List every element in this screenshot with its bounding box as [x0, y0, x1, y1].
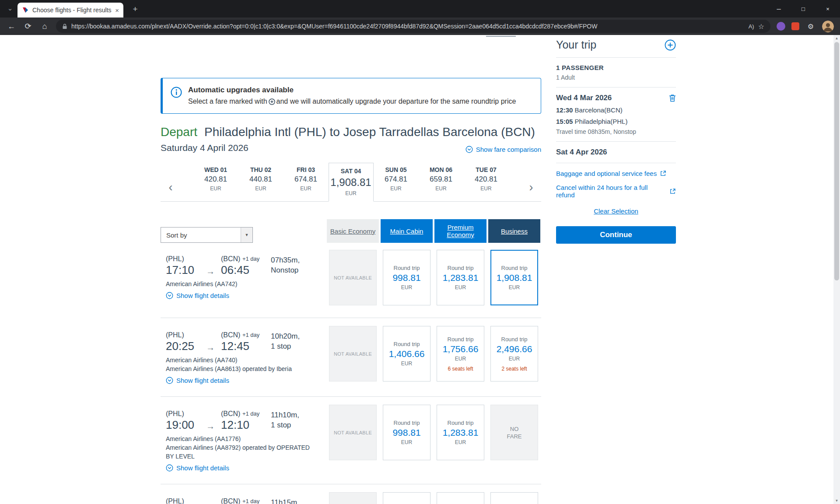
cancel-refund-link[interactable]: Cancel within 24 hours for a full refund	[556, 184, 676, 199]
tab-close-icon[interactable]: ×	[115, 7, 119, 14]
show-fare-comparison-link[interactable]: Show fare comparison	[466, 146, 541, 153]
tab-title: Choose flights - Flight results - Am	[32, 7, 112, 14]
new-tab-button[interactable]: +	[130, 4, 141, 14]
lock-icon	[62, 24, 67, 29]
favorite-star-icon[interactable]: ☆	[758, 22, 764, 31]
duration: 11h10m,	[271, 410, 299, 420]
airline-operated-by: American Airlines (AA8792) operated by O…	[166, 443, 317, 461]
date-strip: ‹ WED 01 420.81 EUR THU 02 440.81 EUR FR…	[161, 163, 541, 202]
date-option-mon06[interactable]: MON 06 659.81 EUR	[419, 163, 464, 201]
fare-cell-premium-economy[interactable]: Round trip 1,283.81 EUR	[437, 250, 484, 305]
extension-icon-orange[interactable]	[791, 22, 799, 30]
stops: 1 stop	[271, 341, 300, 351]
fare-cell-basic-economy: NOT AVAILABLE	[329, 326, 377, 382]
fare-cell-premium-economy[interactable]: Round trip 1,283.81 EUR	[437, 405, 484, 460]
fare-grid: NOT AVAILABLE Round trip 998.81 EUR Roun…	[326, 405, 541, 472]
arrival-time: 12:45	[221, 339, 261, 353]
depart-label: Depart	[161, 125, 197, 139]
airline-name: American Airlines (AA1776)	[166, 434, 317, 443]
tab-search-button[interactable]: ⌄	[4, 4, 16, 14]
your-trip-panel: Your trip 1 PASSENGER 1 Adult Wed 4 Mar …	[556, 38, 676, 244]
fare-cell-basic-economy: NOT AVAILABLE	[329, 250, 377, 305]
window-close-button[interactable]: ×	[816, 0, 840, 18]
date-option-wed01[interactable]: WED 01 420.81 EUR	[193, 163, 238, 201]
fare-cell-main-cabin[interactable]: Round trip 998.81 EUR	[383, 405, 430, 460]
date-strip-next-button[interactable]: ›	[521, 181, 541, 201]
fare-cell-business[interactable]: Round trip 2,496.66 EUR 2 seats left	[490, 326, 538, 382]
scroll-down-arrow[interactable]: ▼	[833, 497, 840, 504]
fare-grid: NOT AVAILABLE Round trip 998.81 EUR Roun…	[326, 250, 541, 305]
read-aloud-icon[interactable]: A)	[749, 23, 754, 30]
show-flight-details-link[interactable]: Show flight details	[166, 464, 317, 472]
fare-cell-business-no-fare: NO FARE	[490, 405, 538, 460]
return-date: Sat 4 Apr 2026	[556, 148, 607, 157]
show-flight-details-link[interactable]: Show flight details	[166, 292, 317, 299]
destination-code: (BCN)	[221, 410, 240, 417]
settings-gear-icon[interactable]: ⚙	[805, 22, 816, 31]
fare-cell-premium-economy[interactable]: Round trip 1,756.66 EUR 6 seats left	[437, 326, 484, 382]
date-strip-prev-button[interactable]: ‹	[161, 181, 181, 201]
banner-body: Select a fare marked withand we will aut…	[188, 98, 516, 107]
info-icon	[171, 87, 182, 98]
travel-time: Travel time 08h35m, Nonstop	[556, 128, 676, 135]
airline-name: American Airlines (AA740)	[166, 356, 317, 364]
departure-time: 17:10	[166, 263, 206, 277]
window-minimize-button[interactable]: ─	[766, 0, 791, 18]
date-option-sun05[interactable]: SUN 05 674.81 EUR	[374, 163, 419, 201]
fare-grid: NOT AVAILABLE	[326, 492, 541, 504]
arrow-right-icon: →	[206, 343, 215, 353]
baggage-fees-link[interactable]: Baggage and optional service fees	[556, 170, 676, 177]
departure-time: 20:25	[166, 339, 206, 353]
destination-code: (BCN)	[221, 331, 240, 339]
address-bar[interactable]: https://bookaa.amadeus.com/plnext/AADX/O…	[56, 20, 770, 33]
results-heading: DepartPhiladelphia Intl (PHL) to Josep T…	[161, 125, 541, 139]
back-button[interactable]: ←	[6, 22, 17, 31]
window-maximize-button[interactable]: □	[791, 0, 816, 18]
sort-dropdown-arrow-icon[interactable]: ▼	[241, 228, 252, 242]
profile-avatar[interactable]	[822, 21, 834, 32]
tab-main-cabin[interactable]: Main Cabin	[381, 219, 433, 243]
flight-info: (PHL) 19:00 → (BCN) +1 day 12:10 11h10m,…	[161, 405, 326, 472]
scrollbar-thumb[interactable]	[834, 42, 839, 280]
chevron-circle-icon	[166, 292, 173, 299]
tab-basic-economy[interactable]: Basic Economy	[327, 219, 379, 243]
destination-code: (BCN)	[221, 497, 240, 504]
sort-by-select[interactable]: Sort by ▼	[161, 227, 253, 243]
page-scrollbar[interactable]: ▲ ▼	[833, 35, 840, 504]
date-option-thu02[interactable]: THU 02 440.81 EUR	[238, 163, 284, 201]
site-favicon-icon	[22, 7, 29, 14]
fare-cell-main-cabin[interactable]: Round trip 998.81 EUR	[383, 250, 430, 305]
date-option-tue07[interactable]: TUE 07 420.81 EUR	[464, 163, 509, 201]
browser-tab[interactable]: Choose flights - Flight results - Am ×	[18, 3, 123, 18]
scroll-up-arrow[interactable]: ▲	[833, 35, 840, 42]
arrow-right-icon: →	[206, 421, 215, 431]
refresh-button[interactable]: ⟳	[23, 21, 33, 31]
duration: 10h20m,	[271, 331, 300, 341]
delete-trip-trash-icon[interactable]	[669, 94, 676, 102]
url-text: https://bookaa.amadeus.com/plnext/AADX/O…	[71, 23, 745, 30]
chevron-circle-icon	[466, 146, 473, 153]
fare-cell-business-selected[interactable]: Round trip 1,908.81 EUR	[490, 250, 538, 305]
continue-button[interactable]: Continue	[556, 226, 676, 244]
external-link-icon	[660, 170, 666, 177]
tab-premium-economy[interactable]: Premium Economy	[434, 219, 486, 243]
plus-day-label: +1 day	[242, 332, 259, 338]
flight-row-2: (PHL) 20:25 → (BCN) +1 day 12:45 10h20m,…	[161, 318, 541, 396]
fare-cell-main-cabin[interactable]: Round trip 1,406.66 EUR	[383, 326, 430, 382]
departure-time: 19:00	[166, 418, 206, 432]
home-button[interactable]: ⌂	[39, 22, 50, 31]
tab-business[interactable]: Business	[488, 219, 540, 243]
outbound-date: Wed 4 Mar 2026	[556, 94, 612, 102]
show-flight-details-link[interactable]: Show flight details	[166, 377, 317, 384]
add-trip-plus-icon[interactable]	[665, 39, 676, 51]
arrow-right-icon: →	[206, 266, 215, 276]
fare-cell-main-cabin[interactable]	[383, 492, 430, 504]
fare-cell-premium-economy[interactable]	[437, 492, 484, 504]
fare-cell-business[interactable]	[490, 492, 538, 504]
date-option-sat04-selected[interactable]: SAT 04 1,908.81 EUR	[329, 163, 374, 202]
route-title: Philadelphia Intl (PHL) to Josep Tarrade…	[204, 125, 535, 139]
extension-icon-purple[interactable]	[777, 22, 785, 31]
duration: 07h35m,	[271, 255, 300, 265]
date-option-fri03[interactable]: FRI 03 674.81 EUR	[284, 163, 329, 201]
clear-selection-link[interactable]: Clear Selection	[556, 207, 676, 215]
